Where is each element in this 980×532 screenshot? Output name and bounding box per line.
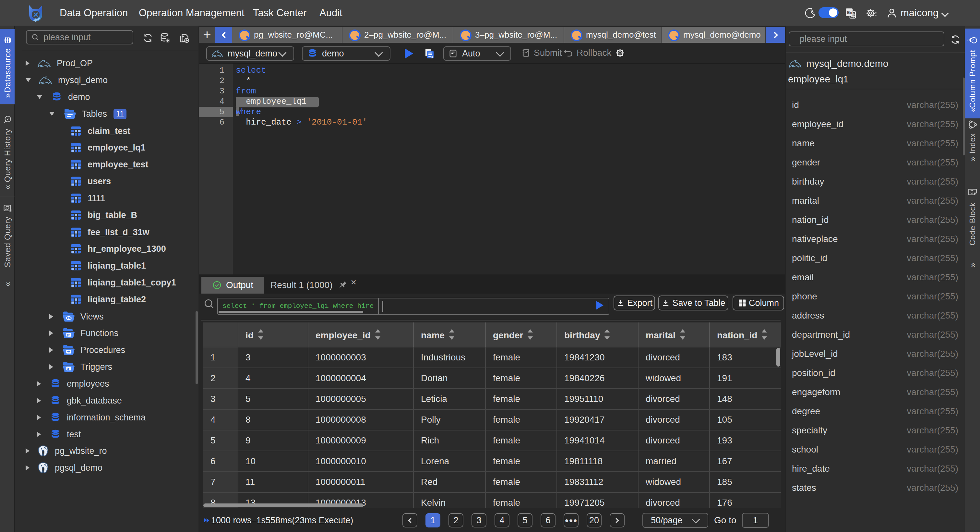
svg-text:fx: fx: [67, 333, 70, 337]
